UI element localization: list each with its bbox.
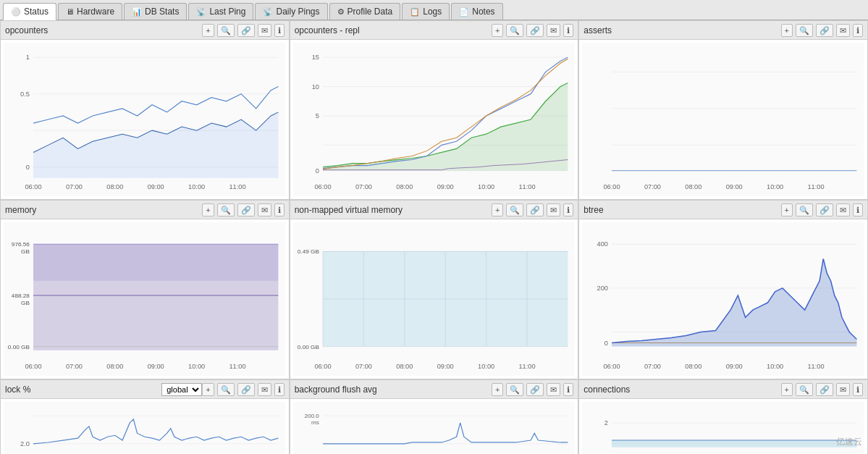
link-btn-btree[interactable]: 🔗 <box>816 203 833 217</box>
notes-icon: 📄 <box>459 7 469 17</box>
search-btn-connections[interactable]: 🔍 <box>796 383 813 396</box>
svg-text:10:00: 10:00 <box>767 183 783 190</box>
chart-connections: 2 <box>582 402 864 454</box>
email-btn-btree[interactable]: ✉ <box>836 203 850 217</box>
add-btn-non-mapped[interactable]: + <box>492 203 503 217</box>
link-btn-non-mapped[interactable]: 🔗 <box>526 203 544 217</box>
search-btn-non-mapped[interactable]: 🔍 <box>506 203 523 217</box>
link-btn-asserts[interactable]: 🔗 <box>816 24 833 37</box>
svg-text:06:00: 06:00 <box>604 183 620 190</box>
email-btn-bg-flush[interactable]: ✉ <box>547 383 560 396</box>
svg-text:GB: GB <box>21 300 30 306</box>
add-btn-asserts[interactable]: + <box>781 24 793 37</box>
search-btn-lock[interactable]: 🔍 <box>217 383 235 396</box>
info-btn-connections[interactable]: ℹ <box>853 383 863 396</box>
email-btn-non-mapped[interactable]: ✉ <box>547 203 560 217</box>
link-btn-memory[interactable]: 🔗 <box>237 203 255 217</box>
info-btn-repl[interactable]: ℹ <box>563 24 573 37</box>
link-btn-opcounters[interactable]: 🔗 <box>237 24 255 37</box>
panel-title-btree: btree <box>583 205 780 215</box>
tab-daily-pings[interactable]: 📡 Daily Pings <box>255 3 327 20</box>
info-btn-bg-flush[interactable]: ℹ <box>563 383 573 396</box>
panel-body-bg-flush: 200.0 ms <box>290 399 578 454</box>
search-btn-memory[interactable]: 🔍 <box>217 203 235 217</box>
tab-profile-data[interactable]: ⚙ Profile Data <box>329 3 401 20</box>
add-btn-connections[interactable]: + <box>781 383 793 396</box>
info-btn-opcounters[interactable]: ℹ <box>274 24 285 37</box>
email-btn-memory[interactable]: ✉ <box>258 203 271 217</box>
panel-actions-non-mapped: + 🔍 🔗 ✉ ℹ <box>492 203 573 217</box>
panel-actions-asserts: + 🔍 🔗 ✉ ℹ <box>781 24 863 37</box>
panel-actions-connections: + 🔍 🔗 ✉ ℹ <box>781 383 863 396</box>
info-btn-non-mapped[interactable]: ℹ <box>563 203 573 217</box>
email-btn-repl[interactable]: ✉ <box>547 24 560 37</box>
chart-opcounters-repl: 15 10 5 0 06:00 07:00 <box>293 43 576 196</box>
panel-actions-opcounters: + 🔍 🔗 ✉ ℹ <box>202 24 284 37</box>
email-btn-asserts[interactable]: ✉ <box>836 24 850 37</box>
svg-text:09:00: 09:00 <box>437 363 453 370</box>
svg-text:09:00: 09:00 <box>148 363 164 370</box>
info-btn-btree[interactable]: ℹ <box>853 203 863 217</box>
chart-btree: 400 200 0 06:00 07:00 08:00 09:00 10:00 … <box>582 222 864 376</box>
tab-hardware[interactable]: 🖥 Hardware <box>58 3 122 20</box>
panel-header-lock: lock % global local + 🔍 🔗 ✉ ℹ <box>1 380 289 399</box>
link-btn-bg-flush[interactable]: 🔗 <box>526 383 544 396</box>
tab-status[interactable]: ⚪ Status <box>3 3 56 20</box>
panel-bg-flush: background flush avg + 🔍 🔗 ✉ ℹ 200.0 ms <box>290 379 579 454</box>
svg-text:10:00: 10:00 <box>478 183 494 190</box>
link-btn-lock[interactable]: 🔗 <box>237 383 255 396</box>
svg-text:10:00: 10:00 <box>478 363 494 370</box>
add-btn-lock[interactable]: + <box>202 383 214 396</box>
panel-header-opcounters: opcounters + 🔍 🔗 ✉ ℹ <box>1 21 289 40</box>
svg-text:07:00: 07:00 <box>644 363 661 370</box>
svg-text:400: 400 <box>597 240 608 248</box>
panel-title-asserts: asserts <box>583 25 780 35</box>
search-btn-bg-flush[interactable]: 🔍 <box>506 383 523 396</box>
tab-logs[interactable]: 📋 Logs <box>402 3 450 20</box>
svg-text:08:00: 08:00 <box>686 363 702 370</box>
info-btn-asserts[interactable]: ℹ <box>853 24 863 37</box>
add-btn-btree[interactable]: + <box>781 203 793 217</box>
email-btn-lock[interactable]: ✉ <box>258 383 271 396</box>
chart-opcounters: 1 0.5 0 06:00 07:00 08:00 09:00 10:00 11… <box>4 43 286 196</box>
svg-text:GB: GB <box>21 248 30 255</box>
svg-text:0.00 GB: 0.00 GB <box>8 344 30 350</box>
add-btn-repl[interactable]: + <box>492 24 503 37</box>
panel-body-opcounters-repl: 15 10 5 0 06:00 07:00 <box>290 40 578 199</box>
search-btn-asserts[interactable]: 🔍 <box>796 24 813 37</box>
panel-opcounters-repl: opcounters - repl + 🔍 🔗 ✉ ℹ 15 <box>290 20 579 200</box>
add-btn-opcounters[interactable]: + <box>202 24 214 37</box>
email-btn-connections[interactable]: ✉ <box>836 383 850 396</box>
svg-text:5: 5 <box>315 112 319 119</box>
panel-connections: connections + 🔍 🔗 ✉ ℹ 2 <box>578 379 868 454</box>
info-btn-memory[interactable]: ℹ <box>274 203 285 217</box>
tab-notes[interactable]: 📄 Notes <box>451 3 502 20</box>
svg-text:08:00: 08:00 <box>686 183 702 190</box>
svg-text:0.00 GB: 0.00 GB <box>298 344 319 350</box>
link-btn-repl[interactable]: 🔗 <box>526 24 544 37</box>
search-btn-opcounters[interactable]: 🔍 <box>217 24 235 37</box>
chart-lock: 2.0 <box>4 402 286 454</box>
search-btn-btree[interactable]: 🔍 <box>796 203 813 217</box>
tab-last-ping[interactable]: 📡 Last Ping <box>188 3 253 20</box>
link-btn-connections[interactable]: 🔗 <box>816 383 833 396</box>
info-btn-lock[interactable]: ℹ <box>274 383 285 396</box>
svg-rect-98 <box>293 402 576 454</box>
chart-bg-flush: 200.0 ms <box>293 402 576 454</box>
panel-title-non-mapped: non-mapped virtual memory <box>295 205 492 215</box>
svg-text:07:00: 07:00 <box>66 363 83 370</box>
panel-header-memory: memory + 🔍 🔗 ✉ ℹ <box>1 201 289 219</box>
lock-dropdown[interactable]: global local <box>161 383 202 396</box>
svg-text:07:00: 07:00 <box>355 183 372 190</box>
svg-text:06:00: 06:00 <box>25 363 41 370</box>
add-btn-memory[interactable]: + <box>202 203 214 217</box>
add-btn-bg-flush[interactable]: + <box>492 383 503 396</box>
svg-text:11:00: 11:00 <box>518 183 535 190</box>
panel-body-btree: 400 200 0 06:00 07:00 08:00 09:00 10:00 … <box>579 219 867 379</box>
svg-text:11:00: 11:00 <box>229 363 245 370</box>
watermark: 亿速云 <box>836 436 862 448</box>
tab-db-stats[interactable]: 📊 DB Stats <box>124 3 187 20</box>
search-btn-repl[interactable]: 🔍 <box>506 24 523 37</box>
svg-text:200.0: 200.0 <box>304 413 319 419</box>
email-btn-opcounters[interactable]: ✉ <box>258 24 271 37</box>
